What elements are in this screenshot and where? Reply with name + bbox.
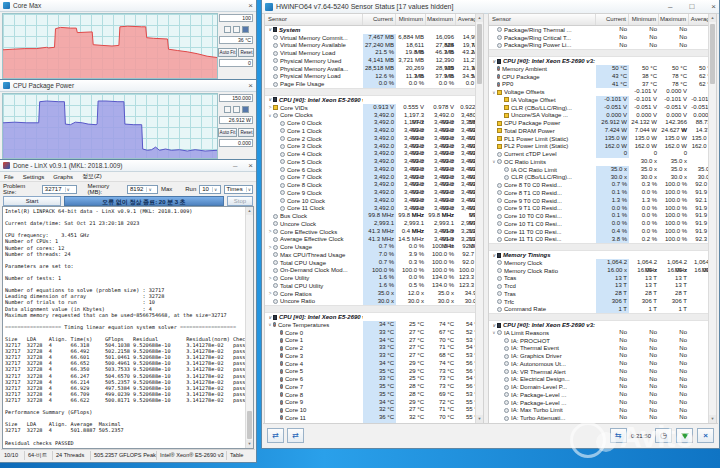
sensor-row[interactable]: Core 735 °C28 °C73 °C56 °C bbox=[265, 383, 483, 391]
close-sensors-icon[interactable]: × bbox=[697, 428, 714, 443]
sensor-row[interactable]: Core 033 °C27 °C67 °C52 °C bbox=[265, 329, 483, 337]
sensor-row[interactable]: Virtual Memory Load21.5 %19.8 %46.3 %43.… bbox=[265, 49, 483, 57]
close-icon[interactable]: × bbox=[711, 2, 716, 11]
sensor-row[interactable]: On-Demand Clock Mod...100.0 %100.0 %100.… bbox=[265, 267, 483, 275]
sensor-row[interactable]: Total DRAM Power7.424 W7.044 W24.627 W14… bbox=[489, 127, 716, 135]
sensor-row[interactable]: PL2 Power Limit (Static)162.0 W162.0 W16… bbox=[489, 143, 716, 151]
sensor-row[interactable]: Physical Memory Availa...28,518 MB20,269… bbox=[265, 65, 483, 73]
sensor-row[interactable]: Core 1032 °C27 °C71 °C55 °C bbox=[265, 406, 483, 414]
sensor-row[interactable]: Core 10 Clock3,492.0 MHz3,492.0 MHz3,492… bbox=[265, 197, 483, 205]
sensor-row[interactable]: Core 1136 °C32 °C70 °C55 °C bbox=[265, 414, 483, 422]
scale-min-field[interactable]: 0.000 bbox=[219, 139, 253, 147]
start-button[interactable]: Start bbox=[3, 196, 61, 206]
memory-combo[interactable]: 8192 ∨ bbox=[127, 185, 158, 194]
sensor-row[interactable]: Core 835 °C28 °C69 °C53 °C bbox=[265, 391, 483, 399]
close-icon[interactable]: × bbox=[248, 82, 253, 90]
sensor-row[interactable]: Core 0 Clock3,492.0 MHz1,197.3 MHz3,492.… bbox=[265, 119, 483, 127]
sensor-row[interactable]: IA OC Ratio Limit35.0 x35.0 x35.0 x35.0 … bbox=[489, 166, 716, 174]
sensor-row[interactable]: Core 2 Clock3,492.0 MHz3,492.0 MHz3,492.… bbox=[265, 135, 483, 143]
sync-icon[interactable]: ⇆ bbox=[610, 428, 627, 443]
sensor-row[interactable]: Core 11 T0 C0 Resi...0.4 %0.0 %100.0 %91… bbox=[489, 228, 716, 236]
sensor-row[interactable]: Bus Clock99.8 MHz99.8 MHz99.8 MHz99.8 MH… bbox=[265, 212, 483, 220]
sensor-row[interactable]: IA: PROCHOTNoNoNo bbox=[489, 337, 716, 345]
sensor-row[interactable]: Memory Clock Ratio16.00 x16.00 x16.00 x1… bbox=[489, 267, 716, 275]
sensor-section-row[interactable]: ∨Memory Timings bbox=[489, 251, 716, 259]
sensor-row[interactable]: Uncore/SA Voltage ...0.000 V0.000 V0.000… bbox=[489, 112, 716, 120]
scroll-up-icon[interactable]: ▲ bbox=[476, 14, 483, 22]
sensor-row[interactable]: IA: Max Turbo LimitNoNoNo bbox=[489, 407, 716, 415]
pkg-power-titlebar[interactable]: CPU Package Power × bbox=[0, 80, 256, 92]
scroll-thumb[interactable] bbox=[247, 411, 252, 439]
sensor-section-row[interactable]: ∨System bbox=[265, 26, 483, 34]
sensor-row[interactable]: Core 1 Clock3,492.0 MHz3,492.0 MHz3,492.… bbox=[265, 127, 483, 135]
sensor-row[interactable]: >Core Effective Clocks41.3 MHz0.4 MHz3,4… bbox=[265, 228, 483, 236]
close-icon[interactable]: × bbox=[248, 2, 253, 10]
scroll-thumb[interactable] bbox=[477, 24, 482, 84]
toggle-avg-icon[interactable] bbox=[242, 106, 249, 113]
column-header[interactable]: Current bbox=[596, 14, 629, 25]
sensor-row[interactable]: Core 3 Clock3,492.0 MHz3,492.0 MHz3,492.… bbox=[265, 143, 483, 151]
auto-fit-button[interactable]: Auto Fit bbox=[218, 48, 238, 57]
scale-max-field[interactable]: 150.000 bbox=[219, 94, 253, 102]
column-header[interactable]: Minimum bbox=[396, 14, 426, 25]
sensor-row[interactable]: ∨Core Clocks3,492.0 MHz1,197.3 MHz3,492.… bbox=[265, 112, 483, 120]
sensor-row[interactable]: IA: Package-Level ...NoNoNo bbox=[489, 391, 716, 399]
sensor-row[interactable]: IA Voltage Offset-0.101 V-0.101 V-0.101 … bbox=[489, 96, 716, 104]
sensor-row[interactable]: Physical Memory Used4,141 MB3,721 MB12,3… bbox=[265, 57, 483, 65]
sensor-row[interactable]: ∨Voltage Offsets-0.101 V0.000 V bbox=[489, 88, 716, 96]
sensor-row[interactable]: IA: Domain-Level P...NoNoNo bbox=[489, 383, 716, 391]
sensor-row[interactable]: Current cTDP Level0000 bbox=[489, 150, 716, 158]
sensor-row[interactable]: Average Effective Clock41.3 MHz14.5 MHz3… bbox=[265, 236, 483, 244]
column-header[interactable]: Sensor bbox=[265, 14, 363, 25]
column-header[interactable]: Sensor bbox=[489, 14, 596, 25]
sensor-row[interactable]: Core 434 °C29 °C74 °C56 °C bbox=[265, 360, 483, 368]
sensor-row[interactable]: Uncore Clock2,993.1 MHz2,993.1 MHz2,993.… bbox=[265, 220, 483, 228]
toggle-avg-icon[interactable] bbox=[242, 26, 249, 33]
sensor-row[interactable]: Core 5 Clock3,492.0 MHz3,492.0 MHz3,492.… bbox=[265, 158, 483, 166]
menu-file[interactable]: File bbox=[4, 174, 14, 180]
pane-scrollbar[interactable]: ▲▼ bbox=[475, 14, 483, 423]
sensor-row[interactable]: Core 8 T0 C0 Resid...0.7 %0.3 %100.0 %92… bbox=[489, 181, 716, 189]
toggle-min-icon[interactable] bbox=[224, 26, 231, 33]
column-header[interactable]: Current bbox=[363, 14, 396, 25]
sensor-row[interactable]: CLR (CBo/LLC/Ring)...30.0 x30.0 x30.0 x3… bbox=[489, 174, 716, 182]
sensor-row[interactable]: Core 10 T0 C0 Resi...0.1 %0.0 %100.0 %91… bbox=[489, 212, 716, 220]
sensor-row[interactable]: CLR (CBo/LLC/Ring)...-0.051 V-0.051 V-0.… bbox=[489, 104, 716, 112]
sensor-section-row[interactable]: ∨CPU [#0]: Intel Xeon E5-2690 v3 bbox=[265, 96, 483, 104]
run-combo[interactable]: 10 ∨ bbox=[199, 185, 220, 194]
sensor-row[interactable]: IA: Package-Level ...NoNoNo bbox=[489, 399, 716, 407]
toggle-max-icon[interactable] bbox=[233, 106, 240, 113]
menu-info[interactable]: 정보(Z) bbox=[82, 172, 102, 181]
sensor-row[interactable]: IA: Thermal EventNoNoNo bbox=[489, 345, 716, 353]
sensor-row[interactable]: PL1 Power Limit (Static)135.0 W135.0 W13… bbox=[489, 135, 716, 143]
sensor-row[interactable]: Core 4 Clock3,492.0 MHz3,492.0 MHz3,492.… bbox=[265, 150, 483, 158]
sensor-row[interactable]: Core 633 °C25 °C73 °C54 °C bbox=[265, 375, 483, 383]
sensor-row[interactable]: IA: Graphics DriverNoNoNo bbox=[489, 352, 716, 360]
sensor-row[interactable]: >Core VIDs0.913 V0.555 V0.978 V0.922 V bbox=[265, 104, 483, 112]
sensor-row[interactable]: Virtual Memory Commit...7,467 MB6,884 MB… bbox=[265, 34, 483, 42]
sensor-row[interactable]: >Core Ratios35.0 x12.0 x35.0 x34.9 x bbox=[265, 290, 483, 298]
sensor-row[interactable]: PP041 °C37 °C78 °C62 °C bbox=[489, 81, 716, 89]
sensor-row[interactable]: Memory Ambient50 °C50 °C50 °C50 °C bbox=[489, 65, 716, 73]
sensor-row[interactable]: Core 9 Clock3,492.0 MHz3,492.0 MHz3,492.… bbox=[265, 189, 483, 197]
sensor-row[interactable]: Total CPU Usage0.7 %0.3 %100.0 %92.0 % bbox=[265, 259, 483, 267]
hwinfo-titlebar[interactable]: HWiNFO64 v7.64-5240 Sensor Status [17 va… bbox=[262, 0, 719, 14]
sensor-row[interactable]: Package/Ring Power Li...NoNoNo bbox=[489, 42, 716, 50]
sensor-row[interactable]: Memory Clock1,064.2 MHz1,064.2 MHz1,064.… bbox=[489, 259, 716, 267]
sensor-row[interactable]: Core 333 °C27 °C68 °C53 °C bbox=[265, 352, 483, 360]
sensor-row[interactable]: Tras28 T28 T28 T bbox=[489, 290, 716, 298]
sensor-row[interactable]: CPU Package43 °C38 °C78 °C62 °C bbox=[489, 73, 716, 81]
toggle-max-icon[interactable] bbox=[233, 26, 240, 33]
times-combo[interactable]: Times ∨ bbox=[224, 185, 253, 194]
sensor-row[interactable]: CPU Package Power26.912 W24.132 W142.366… bbox=[489, 119, 716, 127]
minimize-icon[interactable]: – bbox=[233, 162, 237, 170]
toggle-min-icon[interactable] bbox=[224, 106, 231, 113]
column-header[interactable]: Maximum bbox=[426, 14, 456, 25]
sensor-row[interactable]: Physical Memory Load12.6 %11.3 %37.9 %34… bbox=[265, 73, 483, 81]
sensor-row[interactable]: ∨OC Ratio Limits30.0 x35.0 x bbox=[489, 158, 716, 166]
stop-button[interactable]: Stop bbox=[227, 196, 253, 206]
menu-settings[interactable]: Settings bbox=[23, 174, 45, 180]
scroll-down-icon[interactable]: ▼ bbox=[246, 440, 253, 448]
sensor-section-row[interactable]: ∨CPU [#0]: Intel Xeon E5-2690 v3: Enhanc… bbox=[489, 57, 716, 65]
sensor-row[interactable]: ∨Core Temperatures34 °C25 °C74 °C54 °C bbox=[265, 321, 483, 329]
